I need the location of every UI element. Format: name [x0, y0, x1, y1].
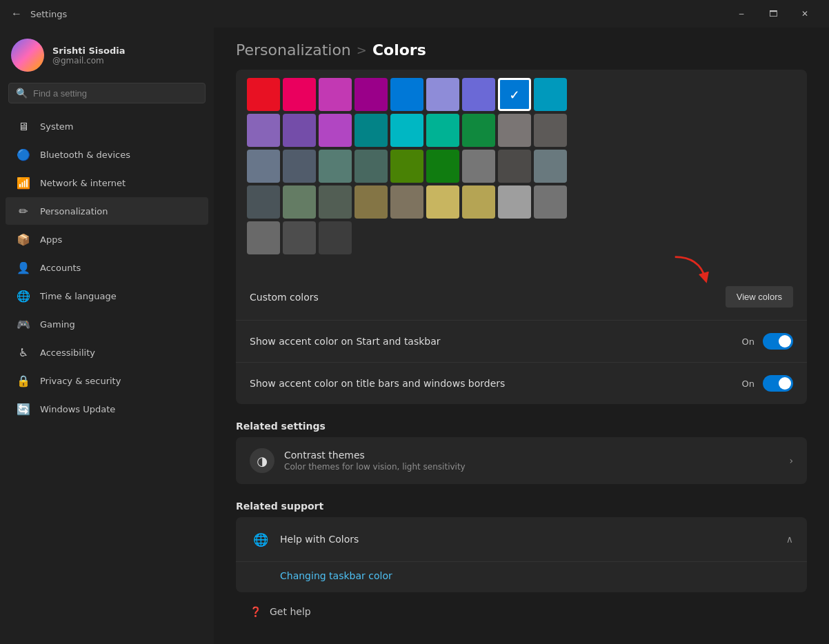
color-swatch-23[interactable] [426, 150, 459, 183]
color-swatch-25[interactable] [498, 150, 531, 183]
search-icon: 🔍 [16, 88, 28, 99]
color-swatch-16[interactable] [498, 114, 531, 147]
sidebar-item-system[interactable]: 🖥 System [6, 112, 208, 140]
contrast-title: Contrast themes [284, 450, 789, 461]
color-swatch-8[interactable] [534, 78, 567, 111]
help-expand-icon: ∧ [786, 534, 793, 545]
toggle-knob-taskbar [779, 335, 791, 348]
sidebar-item-accounts[interactable]: 👤 Accounts [6, 254, 208, 281]
color-swatch-2[interactable] [319, 78, 352, 111]
sidebar-item-personalization[interactable]: ✏️ Personalization [6, 197, 208, 225]
titlebar-title: Settings [30, 9, 67, 19]
toggle-row-titlebars: Show accent color on title bars and wind… [236, 363, 807, 404]
color-swatch-22[interactable] [390, 150, 423, 183]
color-swatch-5[interactable] [426, 78, 459, 111]
search-input[interactable] [33, 88, 198, 99]
toggle-titlebars[interactable] [763, 375, 793, 392]
color-swatch-17[interactable] [534, 114, 567, 147]
color-swatch-31[interactable] [390, 185, 423, 219]
color-swatch-36[interactable] [247, 221, 280, 254]
color-swatch-19[interactable] [283, 150, 316, 183]
color-swatch-14[interactable] [426, 114, 459, 147]
close-button[interactable]: ✕ [789, 3, 821, 25]
color-swatch-3[interactable] [354, 78, 388, 111]
user-info: Srishti Sisodia @gmail.com [52, 46, 125, 66]
color-swatch-10[interactable] [283, 114, 316, 147]
color-swatch-24[interactable] [462, 150, 495, 183]
content-inner: ✓ Custom colors [214, 70, 829, 644]
color-swatch-20[interactable] [319, 150, 352, 183]
color-swatch-18[interactable] [247, 150, 280, 183]
sidebar-item-network[interactable]: 📶 Network & internet [6, 169, 208, 197]
toggle-right-taskbar: On [742, 333, 793, 350]
color-swatch-38[interactable] [319, 221, 352, 254]
color-swatch-0[interactable] [247, 78, 280, 111]
color-swatch-21[interactable] [354, 150, 388, 183]
get-help-icon: ❓ [250, 606, 261, 617]
changing-taskbar-color-link[interactable]: Changing taskbar color [280, 570, 392, 581]
minimize-button[interactable]: – [726, 3, 757, 25]
color-swatches-section: ✓ Custom colors [236, 70, 807, 404]
toggle-row-taskbar: Show accent color on Start and taskbar O… [236, 321, 807, 363]
color-swatch-37[interactable] [283, 221, 316, 254]
system-icon: 🖥 [17, 119, 30, 133]
sidebar-item-apps[interactable]: 📦 Apps [6, 225, 208, 253]
contrast-themes-row[interactable]: ◑ Contrast themes Color themes for low v… [236, 437, 807, 484]
gaming-label: Gaming [40, 319, 75, 330]
sidebar-item-privacy[interactable]: 🔒 Privacy & security [6, 367, 208, 394]
personalization-icon: ✏️ [17, 204, 30, 218]
color-swatch-1[interactable] [283, 78, 316, 111]
toggle-taskbar[interactable] [763, 333, 793, 350]
color-swatch-34[interactable] [498, 185, 531, 219]
color-swatch-30[interactable] [354, 185, 388, 219]
bluetooth-icon: 🔵 [17, 148, 30, 161]
color-swatch-26[interactable] [534, 150, 567, 183]
color-swatch-33[interactable] [462, 185, 495, 219]
sidebar-item-time[interactable]: 🌐 Time & language [6, 282, 208, 310]
time-label: Time & language [40, 291, 117, 301]
related-support-title: Related support [236, 490, 807, 517]
sidebar-item-accessibility[interactable]: ♿ Accessibility [6, 339, 208, 366]
contrast-subtitle: Color themes for low vision, light sensi… [284, 462, 789, 472]
titlebar-controls: – 🗖 ✕ [726, 3, 821, 25]
color-swatch-32[interactable] [426, 185, 459, 219]
help-header[interactable]: 🌐 Help with Colors ∧ [236, 517, 807, 562]
help-section: 🌐 Help with Colors ∧ Changing taskbar co… [236, 517, 807, 592]
related-settings-section: ◑ Contrast themes Color themes for low v… [236, 437, 807, 484]
sidebar-item-gaming[interactable]: 🎮 Gaming [6, 310, 208, 338]
view-colors-button[interactable]: View colors [726, 286, 793, 308]
back-button[interactable]: ← [8, 5, 25, 23]
sidebar-item-bluetooth[interactable]: 🔵 Bluetooth & devices [6, 141, 208, 168]
gaming-icon: 🎮 [17, 317, 30, 331]
titlebar: ← Settings – 🗖 ✕ [0, 0, 829, 28]
accessibility-icon: ♿ [17, 345, 30, 359]
color-swatch-7[interactable]: ✓ [498, 78, 531, 111]
apps-icon: 📦 [17, 232, 30, 246]
color-swatch-29[interactable] [319, 185, 352, 219]
color-swatch-28[interactable] [283, 185, 316, 219]
maximize-button[interactable]: 🗖 [757, 3, 789, 25]
breadcrumb-separator: > [357, 43, 367, 57]
color-swatch-27[interactable] [247, 185, 280, 219]
toggle-label-taskbar: Show accent color on Start and taskbar [250, 336, 731, 347]
search-box[interactable]: 🔍 [8, 83, 206, 103]
color-grid: ✓ [247, 78, 796, 254]
personalization-label: Personalization [40, 206, 108, 217]
color-swatch-9[interactable] [247, 114, 280, 147]
color-swatch-13[interactable] [390, 114, 423, 147]
sidebar: Srishti Sisodia @gmail.com 🔍 🖥 System 🔵 … [0, 28, 214, 644]
privacy-icon: 🔒 [17, 374, 30, 388]
color-swatch-4[interactable] [390, 78, 423, 111]
color-swatch-15[interactable] [462, 114, 495, 147]
color-swatch-6[interactable] [462, 78, 495, 111]
sidebar-item-update[interactable]: 🔄 Windows Update [6, 395, 208, 423]
contrast-icon: ◑ [250, 448, 274, 473]
get-help-item[interactable]: ❓ Get help [236, 598, 807, 625]
help-globe-icon: 🌐 [250, 528, 272, 550]
color-swatch-11[interactable] [319, 114, 352, 147]
color-swatch-35[interactable] [534, 185, 567, 219]
toggle-label-titlebars: Show accent color on title bars and wind… [250, 378, 731, 389]
app-body: Srishti Sisodia @gmail.com 🔍 🖥 System 🔵 … [0, 28, 829, 644]
accessibility-label: Accessibility [40, 348, 95, 358]
color-swatch-12[interactable] [354, 114, 388, 147]
